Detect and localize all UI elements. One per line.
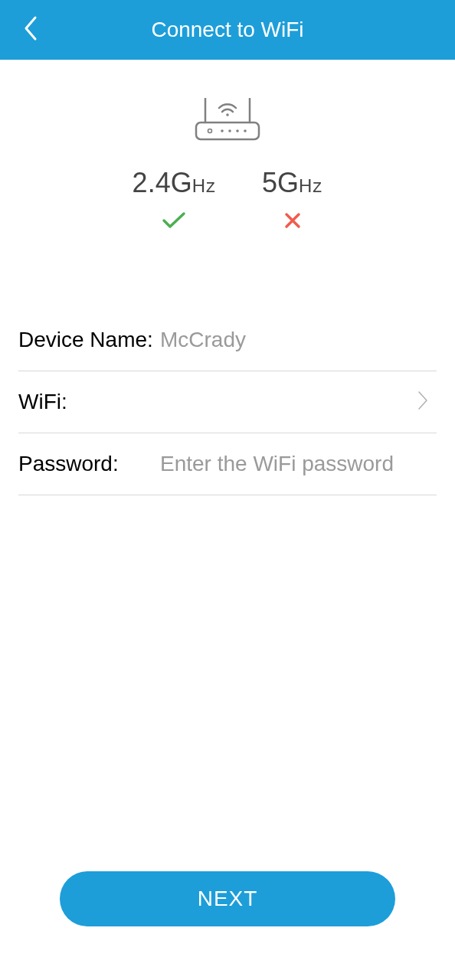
frequency-row: 2.4GHz 5GHz — [133, 167, 323, 233]
freq-5ghz: 5GHz — [262, 167, 322, 233]
device-name-row: Device Name: McCrady — [18, 309, 437, 371]
page-title: Connect to WiFi — [0, 18, 455, 42]
wifi-row[interactable]: WiFi: — [18, 371, 437, 433]
chevron-right-icon — [417, 390, 429, 414]
freq-24ghz: 2.4GHz — [133, 167, 216, 233]
device-name-label: Device Name: — [18, 328, 160, 352]
password-row: Password: — [18, 433, 437, 495]
svg-point-8 — [244, 129, 247, 132]
header-bar: Connect to WiFi — [0, 0, 455, 60]
cross-icon — [280, 208, 305, 233]
svg-point-6 — [228, 129, 231, 132]
check-icon — [162, 208, 186, 233]
wifi-label: WiFi: — [18, 390, 160, 414]
svg-point-7 — [236, 129, 239, 132]
freq-24ghz-label: 2.4GHz — [133, 167, 216, 199]
device-name-value: McCrady — [160, 328, 437, 352]
back-chevron-icon — [21, 15, 38, 42]
svg-point-5 — [221, 129, 224, 132]
password-label: Password: — [18, 452, 160, 476]
freq-5ghz-label: 5GHz — [262, 167, 322, 199]
svg-point-2 — [226, 113, 229, 116]
next-button[interactable]: NEXT — [60, 871, 395, 926]
back-button[interactable] — [15, 8, 44, 51]
router-icon — [193, 98, 262, 144]
spacer — [0, 495, 455, 871]
svg-point-4 — [208, 129, 212, 133]
router-info-section: 2.4GHz 5GHz — [0, 60, 455, 263]
svg-rect-3 — [196, 122, 259, 139]
password-input[interactable] — [160, 452, 437, 476]
form-section: Device Name: McCrady WiFi: Password: — [0, 263, 455, 495]
